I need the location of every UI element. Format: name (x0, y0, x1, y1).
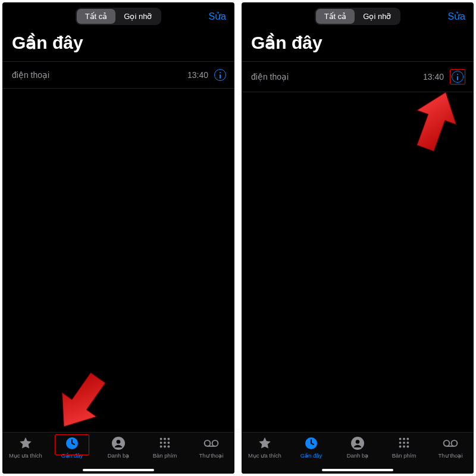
svg-point-20 (406, 438, 409, 440)
svg-point-4 (164, 438, 166, 440)
tab-label: Mục ưa thích (9, 452, 42, 459)
info-icon[interactable] (214, 69, 226, 81)
svg-point-25 (403, 446, 405, 448)
tab-recents[interactable]: Gần đây (288, 436, 334, 459)
empty-space (242, 92, 474, 432)
tab-label: Danh bạ (108, 452, 130, 459)
tab-contacts[interactable]: Danh bạ (334, 436, 381, 459)
tab-favorites[interactable]: Mục ưa thích (242, 436, 288, 459)
caller-label: điện thoại (251, 72, 289, 82)
star-icon (18, 436, 33, 450)
svg-point-17 (356, 440, 360, 444)
svg-point-8 (167, 441, 170, 444)
tab-label: Thư thoại (199, 452, 223, 459)
recent-call-row[interactable]: điện thoại 13:40 (242, 61, 474, 92)
home-indicator[interactable] (83, 469, 154, 471)
person-icon (111, 436, 126, 450)
phone-panel-right: Tất cả Gọi nhỡ Sửa Gần đây điện thoại 13… (242, 2, 474, 474)
clock-icon (303, 436, 319, 450)
recents-segmented-control[interactable]: Tất cả Gọi nhỡ (315, 8, 401, 25)
svg-point-12 (205, 440, 211, 446)
keypad-icon (396, 436, 412, 450)
tab-label: Danh bạ (347, 452, 369, 459)
edit-button[interactable]: Sửa (208, 11, 226, 22)
svg-point-10 (164, 446, 166, 448)
tab-label: Gần đây (61, 452, 83, 459)
tab-contacts[interactable]: Danh bạ (95, 436, 142, 459)
tab-keypad[interactable]: Bàn phím (142, 436, 188, 459)
info-icon[interactable] (452, 71, 464, 83)
tab-voicemail[interactable]: Thư thoại (188, 436, 234, 459)
segment-all[interactable]: Tất cả (77, 9, 116, 24)
svg-point-2 (117, 440, 121, 444)
tab-voicemail[interactable]: Thư thoại (427, 436, 474, 459)
recent-call-row[interactable]: điện thoại 13:40 (2, 61, 234, 89)
tab-bar: Mục ưa thích Gần đây Danh bạ (2, 432, 234, 474)
svg-point-7 (164, 441, 166, 444)
clock-icon (64, 436, 80, 450)
svg-point-18 (399, 438, 402, 440)
tab-favorites[interactable]: Mục ưa thích (2, 436, 49, 459)
empty-space (2, 89, 234, 432)
svg-point-22 (403, 441, 405, 444)
svg-point-9 (160, 446, 162, 448)
voicemail-icon (443, 436, 458, 450)
svg-point-28 (452, 440, 458, 446)
tab-label: Gần đây (300, 452, 322, 459)
page-title: Gần đây (242, 30, 474, 61)
svg-point-27 (444, 440, 450, 446)
person-icon (350, 436, 365, 450)
tab-recents[interactable]: Gần đây (49, 436, 95, 459)
svg-point-5 (167, 438, 170, 440)
home-indicator[interactable] (322, 469, 393, 471)
svg-point-19 (403, 438, 405, 440)
page-title: Gần đây (2, 30, 234, 61)
segment-missed[interactable]: Gọi nhỡ (355, 9, 399, 24)
call-time: 13:40 (187, 70, 208, 80)
tab-label: Bàn phím (153, 452, 177, 459)
svg-point-11 (167, 446, 170, 448)
tab-label: Mục ưa thích (248, 452, 281, 459)
red-highlight-box (450, 69, 465, 84)
svg-point-21 (399, 441, 402, 444)
voicemail-icon (203, 436, 219, 450)
segment-all[interactable]: Tất cả (316, 9, 355, 24)
segment-missed[interactable]: Gọi nhỡ (115, 9, 160, 24)
svg-point-24 (399, 446, 402, 448)
tutorial-canvas: Tất cả Gọi nhỡ Sửa Gần đây điện thoại 13… (0, 0, 476, 476)
star-icon (257, 436, 273, 450)
call-time: 13:40 (423, 72, 444, 82)
keypad-icon (157, 436, 173, 450)
svg-point-13 (212, 440, 218, 446)
svg-point-3 (160, 438, 162, 440)
recents-segmented-control[interactable]: Tất cả Gọi nhỡ (76, 8, 162, 25)
tab-label: Thư thoại (438, 452, 462, 459)
svg-point-23 (406, 441, 409, 444)
top-bar: Tất cả Gọi nhỡ Sửa (242, 2, 474, 30)
edit-button[interactable]: Sửa (447, 11, 465, 22)
phone-panel-left: Tất cả Gọi nhỡ Sửa Gần đây điện thoại 13… (2, 2, 234, 474)
top-bar: Tất cả Gọi nhỡ Sửa (2, 2, 234, 30)
svg-point-6 (160, 441, 162, 444)
caller-label: điện thoại (12, 70, 49, 80)
tab-keypad[interactable]: Bàn phím (381, 436, 427, 459)
svg-point-26 (406, 446, 409, 448)
tab-label: Bàn phím (392, 452, 416, 459)
tab-bar: Mục ưa thích Gần đây Danh bạ (242, 432, 474, 474)
